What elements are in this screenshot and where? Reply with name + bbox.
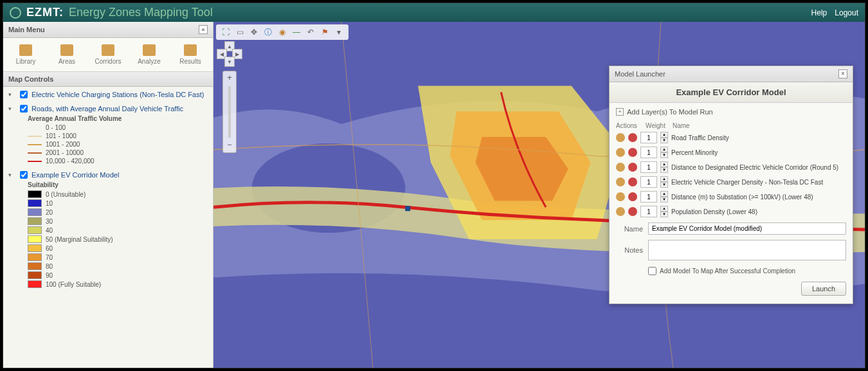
collapse-sidebar-button[interactable]: « [199, 25, 208, 34]
legend-label: 60 [46, 245, 53, 252]
pan-tool-icon[interactable]: ✥ [248, 26, 260, 38]
zoom-slider[interactable] [228, 86, 231, 138]
param-delete-icon[interactable] [628, 163, 637, 172]
spinner-up[interactable]: ▲ [660, 147, 668, 152]
legend-row: 20 [28, 208, 208, 216]
info-tool-icon[interactable]: ⓘ [262, 26, 274, 38]
tool-library[interactable]: Library [6, 42, 46, 68]
spinner-down[interactable]: ▼ [660, 167, 668, 173]
main-menu-header: Main Menu « [3, 22, 213, 38]
more-tool-icon[interactable]: ▾ [333, 26, 345, 38]
param-edit-icon[interactable] [616, 207, 625, 216]
modal-header-label: Model Launcher [615, 70, 665, 78]
layer-title: Roads, with Average Annual Daily Vehicle… [32, 105, 183, 113]
param-edit-icon[interactable] [616, 177, 625, 186]
param-weight-input[interactable] [640, 191, 657, 203]
modal-title: Example EV Corridor Model [610, 82, 853, 103]
zoom-in-button[interactable]: + [224, 73, 235, 84]
tool-results[interactable]: Results [170, 42, 210, 68]
globe-tool-icon[interactable]: ◉ [276, 26, 288, 38]
param-weight-input[interactable] [640, 161, 657, 173]
legend-label: 101 - 1000 [46, 132, 77, 140]
legend-label: 30 [46, 218, 53, 225]
layer-header[interactable]: ▾Electric Vehicle Charging Stations (Non… [8, 91, 208, 98]
pan-down-button[interactable]: ▼ [224, 57, 235, 67]
spinner-up[interactable]: ▲ [660, 176, 668, 182]
spinner-up[interactable]: ▲ [660, 132, 668, 138]
main-menu-label: Main Menu [8, 26, 45, 33]
add-to-map-checkbox[interactable] [648, 267, 656, 275]
legend-swatch [28, 190, 42, 198]
param-delete-icon[interactable] [628, 192, 637, 201]
layer-header[interactable]: ▾Roads, with Average Annual Daily Vehicl… [8, 105, 208, 113]
param-edit-icon[interactable] [616, 148, 625, 157]
legend-row: 10 [28, 199, 208, 207]
brand-text: EZMT: [26, 6, 64, 19]
layer-checkbox[interactable] [20, 91, 28, 98]
legend-label: 2001 - 10000 [46, 149, 84, 156]
param-delete-icon[interactable] [628, 133, 637, 142]
layer-title: Electric Vehicle Charging Stations (Non-… [32, 91, 204, 98]
tool-areas[interactable]: Areas [47, 42, 87, 68]
param-weight-input[interactable] [640, 176, 657, 188]
param-weight-input[interactable] [640, 132, 657, 143]
param-name: Distance to Designated Electric Vehicle … [671, 164, 838, 171]
modal-close-button[interactable]: × [838, 69, 847, 78]
tool-corridors[interactable]: Corridors [88, 42, 128, 68]
spinner-down[interactable]: ▼ [660, 138, 668, 143]
undo-tool-icon[interactable]: ↶ [305, 26, 316, 38]
legend-line-swatch [28, 136, 42, 137]
select-tool-icon[interactable]: ▭ [234, 26, 246, 38]
col-name: Name [673, 122, 690, 129]
model-notes-input[interactable] [648, 240, 846, 260]
legend-row: 80 [28, 262, 208, 270]
param-row: ▲▼Percent Minority [616, 147, 846, 158]
legend-row: 40 [28, 226, 208, 234]
add-layers-expander[interactable]: + Add Layer(s) To Model Run [616, 108, 846, 116]
launch-button[interactable]: Launch [801, 282, 846, 296]
spinner-up[interactable]: ▲ [660, 206, 668, 212]
layer-header[interactable]: ▾Example EV Corridor Model [8, 171, 208, 179]
weight-spinner: ▲▼ [660, 161, 668, 173]
help-link[interactable]: Help [811, 8, 827, 17]
spinner-down[interactable]: ▼ [660, 182, 668, 188]
param-weight-input[interactable] [640, 206, 657, 217]
svg-rect-3 [405, 206, 410, 211]
param-delete-icon[interactable] [628, 148, 637, 157]
legend-swatch [28, 199, 42, 207]
layer-collapse-icon[interactable]: ▾ [8, 172, 16, 178]
param-edit-icon[interactable] [616, 133, 625, 142]
spinner-down[interactable]: ▼ [660, 212, 668, 217]
param-weight-input[interactable] [640, 147, 657, 158]
marker-tool-icon[interactable]: ⚑ [319, 26, 330, 38]
layer-collapse-icon[interactable]: ▾ [8, 105, 16, 112]
model-name-input[interactable] [648, 222, 846, 235]
expand-icon: + [616, 108, 624, 116]
param-delete-icon[interactable] [628, 207, 637, 216]
logout-link[interactable]: Logout [835, 8, 858, 17]
param-delete-icon[interactable] [628, 177, 637, 186]
legend-swatch [28, 217, 42, 225]
legend-swatch [28, 271, 42, 279]
layer-collapse-icon[interactable]: ▾ [8, 91, 16, 98]
tool-label: Analyze [138, 58, 161, 65]
tool-analyze[interactable]: Analyze [129, 42, 169, 68]
fullextent-tool-icon[interactable]: ⛶ [220, 26, 231, 38]
measure-tool-icon[interactable]: — [291, 26, 302, 38]
spinner-down[interactable]: ▼ [660, 197, 668, 203]
layer-checkbox[interactable] [20, 105, 28, 113]
name-field-label: Name [616, 225, 643, 233]
map-toolbar: ⛶ ▭ ✥ ⓘ ◉ — ↶ ⚑ ▾ [216, 24, 348, 40]
col-actions: Actions [616, 122, 642, 129]
map-viewport[interactable]: ⛶ ▭ ✥ ⓘ ◉ — ↶ ⚑ ▾ ▲ ◀ ▶ ▼ + − [213, 22, 865, 368]
layer-checkbox[interactable] [20, 171, 28, 179]
spinner-down[interactable]: ▼ [660, 152, 668, 158]
spinner-up[interactable]: ▲ [660, 161, 668, 167]
sidebar: Main Menu « LibraryAreasCorridorsAnalyze… [3, 22, 213, 368]
legend-label: 100 (Fully Suitable) [46, 281, 101, 288]
param-edit-icon[interactable] [616, 163, 625, 172]
spinner-up[interactable]: ▲ [660, 191, 668, 197]
zoom-out-button[interactable]: − [224, 140, 235, 150]
param-edit-icon[interactable] [616, 192, 625, 201]
param-name: Percent Minority [671, 149, 718, 156]
